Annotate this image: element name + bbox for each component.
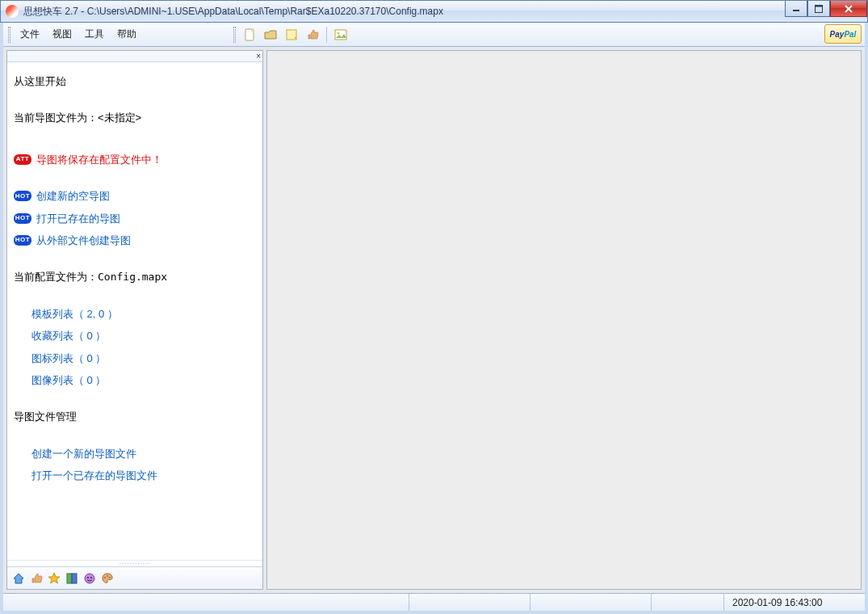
palette-button[interactable] xyxy=(101,572,114,585)
note-button[interactable] xyxy=(283,26,300,44)
app-icon xyxy=(6,5,19,18)
svg-point-9 xyxy=(85,574,94,583)
svg-rect-0 xyxy=(793,10,799,11)
minimize-icon xyxy=(792,6,800,12)
warning-text: 导图将保存在配置文件中！ xyxy=(36,150,162,169)
link-create-new-mapfile[interactable]: 创建一个新的导图文件 xyxy=(31,444,256,463)
face-icon xyxy=(83,572,96,585)
svg-rect-7 xyxy=(67,574,72,583)
menu-view[interactable]: 视图 xyxy=(46,24,78,44)
thumb-up-icon xyxy=(306,28,319,41)
status-timestamp: 2020-01-09 16:43:00 xyxy=(723,594,865,611)
side-panel-grip[interactable]: ∙∙∙∙∙∙∙∙∙∙∙∙ xyxy=(7,560,262,566)
close-button[interactable] xyxy=(830,1,867,17)
workspace: × 从这里开始 当前导图文件为：<未指定> ATT 导图将保存在配置文件中！ H… xyxy=(3,47,865,593)
hot-link-row-0: HOT 创建新的空导图 xyxy=(14,187,256,205)
status-cell-3 xyxy=(651,594,723,611)
paypal-text-1: Pay xyxy=(830,30,845,39)
svg-rect-5 xyxy=(335,30,346,40)
side-panel: × 从这里开始 当前导图文件为：<未指定> ATT 导图将保存在配置文件中！ H… xyxy=(6,50,263,590)
link-favorites-list[interactable]: 收藏列表（ 0 ） xyxy=(31,326,256,345)
toolbar-separator xyxy=(326,27,327,43)
warning-row: ATT 导图将保存在配置文件中！ xyxy=(14,150,256,169)
window-controls xyxy=(785,1,867,17)
paypal-button[interactable]: PayPal xyxy=(824,24,862,44)
link-create-from-file[interactable]: 从外部文件创建导图 xyxy=(36,231,131,250)
link-open-existing-mapfile[interactable]: 打开一个已存在的导图文件 xyxy=(31,466,256,485)
side-panel-close[interactable]: × xyxy=(256,52,261,61)
menu-help[interactable]: 帮助 xyxy=(111,24,143,44)
svg-point-10 xyxy=(87,577,89,578)
svg-point-11 xyxy=(90,577,92,578)
book-icon xyxy=(65,572,78,585)
window-titlebar: 思想快车 2.7 - C:\Users\ADMINI~1.USE\AppData… xyxy=(0,0,868,23)
current-config-label: 当前配置文件为：Config.mapx xyxy=(14,267,256,286)
open-folder-icon xyxy=(264,28,277,41)
side-panel-header: × xyxy=(7,51,262,62)
status-cell-0 xyxy=(3,594,409,611)
face-button[interactable] xyxy=(83,572,96,585)
hot-badge: HOT xyxy=(14,213,31,224)
thumb-up-button-2[interactable] xyxy=(30,572,43,585)
link-image-list[interactable]: 图像列表（ 0 ） xyxy=(31,371,256,389)
svg-point-12 xyxy=(104,577,106,578)
link-create-empty-map[interactable]: 创建新的空导图 xyxy=(36,187,110,205)
picture-button[interactable] xyxy=(332,26,350,44)
current-map-label: 当前导图文件为：<未指定> xyxy=(14,108,256,127)
manage-links-group: 创建一个新的导图文件 打开一个已存在的导图文件 xyxy=(31,444,256,486)
note-icon xyxy=(285,28,298,41)
picture-icon xyxy=(334,28,347,41)
star-icon xyxy=(48,572,61,585)
side-panel-content: 从这里开始 当前导图文件为：<未指定> ATT 导图将保存在配置文件中！ HOT… xyxy=(7,62,262,560)
menubar: 文件 视图 工具 帮助 PayPal xyxy=(3,23,865,47)
side-panel-toolbar xyxy=(7,566,262,589)
maximize-icon xyxy=(815,5,823,13)
hot-badge: HOT xyxy=(14,235,31,246)
start-heading: 从这里开始 xyxy=(14,72,256,90)
status-cell-2 xyxy=(530,594,651,611)
palette-icon xyxy=(101,572,114,585)
menubar-grip[interactable] xyxy=(8,27,10,43)
link-icon-list[interactable]: 图标列表（ 0 ） xyxy=(31,349,256,368)
thumb-up-button[interactable] xyxy=(304,26,321,44)
window-title: 思想快车 2.7 - C:\Users\ADMINI~1.USE\AppData… xyxy=(23,5,443,19)
minimize-button[interactable] xyxy=(785,1,807,17)
svg-rect-8 xyxy=(72,574,77,583)
new-document-icon xyxy=(243,28,256,41)
thumb-up-icon xyxy=(30,572,43,585)
svg-point-13 xyxy=(107,575,108,577)
svg-point-6 xyxy=(338,32,340,34)
maximize-button[interactable] xyxy=(807,1,830,17)
config-links-group: 模板列表（ 2, 0 ） 收藏列表（ 0 ） 图标列表（ 0 ） 图像列表（ 0… xyxy=(31,305,256,390)
star-button[interactable] xyxy=(48,572,61,585)
main-canvas[interactable] xyxy=(266,50,862,590)
manage-heading: 导图文件管理 xyxy=(14,407,256,426)
hot-link-row-1: HOT 打开已存在的导图 xyxy=(14,209,256,228)
home-button[interactable] xyxy=(12,572,25,585)
statusbar: 2020-01-09 16:43:00 xyxy=(3,593,865,611)
svg-point-14 xyxy=(109,577,111,578)
hot-link-row-2: HOT 从外部文件创建导图 xyxy=(14,231,256,250)
toolbar-grip[interactable] xyxy=(233,27,236,43)
link-template-list[interactable]: 模板列表（ 2, 0 ） xyxy=(31,305,256,323)
paypal-text-2: Pal xyxy=(844,30,856,39)
status-cell-1 xyxy=(409,594,530,611)
window-client-area: 文件 视图 工具 帮助 PayPal × xyxy=(0,23,868,614)
open-folder-button[interactable] xyxy=(262,26,279,44)
hot-badge: HOT xyxy=(14,191,31,201)
attention-badge: ATT xyxy=(14,154,31,165)
menu-tools[interactable]: 工具 xyxy=(78,24,111,44)
menu-file[interactable]: 文件 xyxy=(14,24,46,44)
book-button[interactable] xyxy=(65,572,78,585)
home-icon xyxy=(12,572,25,585)
close-icon xyxy=(844,5,853,13)
new-document-button[interactable] xyxy=(241,26,258,44)
svg-rect-2 xyxy=(816,5,823,6)
link-open-existing-map[interactable]: 打开已存在的导图 xyxy=(36,209,120,228)
